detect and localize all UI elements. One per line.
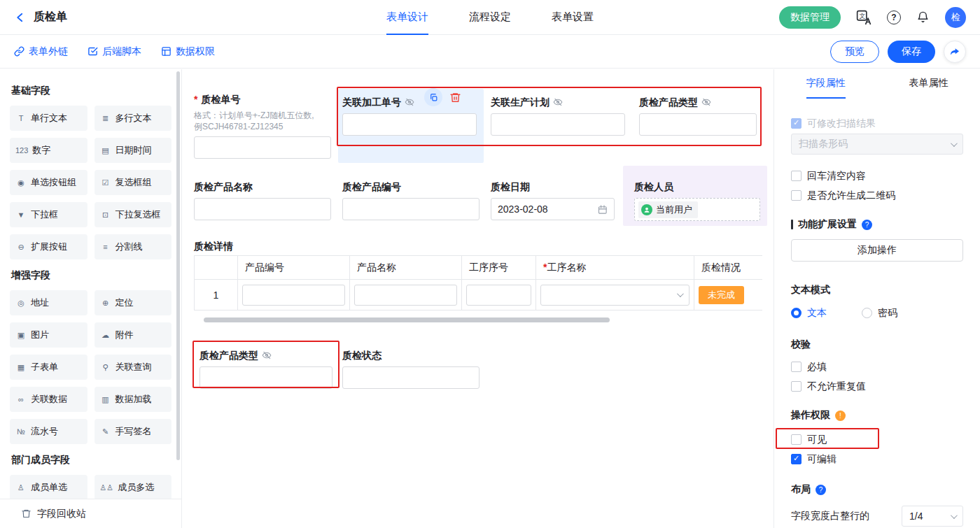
delete-field-button[interactable] (449, 92, 461, 104)
sidebar-field-multi-select[interactable]: ⊡下拉复选框 (94, 202, 172, 227)
validation-title: 校验 (791, 338, 963, 351)
field-product-type-top[interactable]: 质检产品类型 (639, 95, 757, 136)
tab-field-properties[interactable]: 字段属性 (774, 69, 877, 99)
form-canvas: *质检单号 格式：计划单号+-ZJ随机五位数,例SCJH46781-ZJ1234… (183, 69, 774, 528)
field-rel-plan[interactable]: 关联生产计划 (491, 95, 625, 136)
form-external-link[interactable]: 表单外链 (14, 45, 68, 58)
scan-mode-select[interactable]: 扫描条形码 (791, 134, 963, 155)
product-name-input[interactable] (194, 198, 331, 220)
help-icon[interactable] (816, 485, 826, 495)
tab-flow-setting[interactable]: 流程设定 (469, 0, 511, 35)
sidebar-scrollbar[interactable] (176, 71, 180, 460)
sidebar-field-member-single[interactable]: ♙成员单选 (10, 475, 88, 500)
sidebar-field-extend-button[interactable]: ⊖扩展按钮 (10, 234, 88, 259)
qc-number-input[interactable] (194, 136, 331, 159)
add-action-button[interactable]: 添加操作 (791, 239, 963, 262)
qc-status-input[interactable] (342, 366, 479, 389)
product-type-bottom-input[interactable] (200, 366, 332, 389)
preview-button[interactable]: 预览 (830, 41, 879, 63)
sidebar-field-divider[interactable]: ≡分割线 (94, 234, 172, 259)
field-product-no[interactable]: 质检产品编号 (342, 180, 479, 220)
allow-qrcode-checkbox[interactable] (791, 190, 802, 201)
extension-section-title: 功能扩展设置 (791, 218, 963, 231)
sidebar-field-linked-data[interactable]: ∞关联数据 (10, 387, 88, 412)
backend-script-link[interactable]: 后端脚本 (88, 45, 141, 58)
sidebar-field-checkbox-group[interactable]: ☑复选框组 (94, 170, 172, 195)
sidebar-field-datetime[interactable]: ▤日期时间 (94, 138, 172, 163)
field-product-name[interactable]: 质检产品名称 (194, 180, 331, 220)
field-product-type-bottom[interactable]: 质检产品类型 (200, 348, 332, 389)
qc-date-input[interactable]: 2023-02-08 (491, 198, 615, 220)
sidebar-field-number[interactable]: 123数字 (10, 138, 88, 163)
sidebar-field-radio-group[interactable]: ◉单选按钮组 (10, 170, 88, 195)
text-mode-radio-password[interactable] (862, 308, 872, 318)
subform-horizontal-scrollbar[interactable] (204, 317, 610, 322)
no-duplicate-checkbox[interactable] (791, 381, 802, 392)
qc-person-input[interactable]: 当前用户 (634, 198, 760, 221)
cell-process-name-select[interactable] (540, 285, 690, 306)
editable-checkbox[interactable] (791, 454, 802, 464)
visible-checkbox[interactable] (791, 434, 802, 445)
app-header: 质检单 表单设计 流程设定 表单设置 数据管理 文 检 (0, 0, 980, 35)
sidebar-field-address[interactable]: ◎地址 (10, 290, 88, 315)
editable-row: 可编辑 (791, 452, 963, 465)
warning-icon[interactable] (835, 411, 846, 421)
cell-product-name-input[interactable] (354, 285, 457, 306)
product-no-input[interactable] (342, 198, 479, 220)
data-manage-button[interactable]: 数据管理 (779, 6, 841, 29)
sidebar-field-location[interactable]: ⊕定位 (94, 290, 172, 315)
subform-header-row: 产品编号 产品名称 工序序号 *工序名称 质检情况 (195, 256, 763, 280)
status-badge: 未完成 (699, 286, 744, 304)
tab-form-design[interactable]: 表单设计 (386, 0, 428, 35)
sidebar-field-serial-number[interactable]: №流水号 (10, 419, 88, 444)
sidebar-field-single-text[interactable]: T单行文本 (10, 106, 88, 131)
data-permission-link[interactable]: 数据权限 (161, 45, 215, 58)
notification-bell-icon[interactable] (916, 10, 930, 24)
sidebar-field-subform[interactable]: ▦子表单 (10, 355, 88, 380)
sidebar-field-lookup-query[interactable]: ⚲关联查询 (94, 355, 172, 380)
tab-form-setting[interactable]: 表单设置 (552, 0, 594, 35)
sidebar-field-member-multi[interactable]: ♙♙成员多选 (94, 475, 172, 500)
sidebar-field-attachment[interactable]: ☁附件 (94, 322, 172, 348)
subform-title: 质检详情 (194, 239, 233, 253)
sidebar-field-image[interactable]: ▣图片 (10, 322, 88, 348)
back-button[interactable] (14, 11, 27, 24)
sidebar-field-signature[interactable]: ✎手写签名 (94, 419, 172, 444)
save-button[interactable]: 保存 (888, 41, 935, 63)
cell-process-seq-input[interactable] (466, 285, 531, 306)
copy-icon (429, 93, 438, 102)
cell-product-no-input[interactable] (242, 285, 345, 306)
product-type-top-input[interactable] (639, 113, 757, 136)
field-qc-number[interactable]: *质检单号 格式：计划单号+-ZJ随机五位数,例SCJH46781-ZJ1234… (194, 92, 331, 159)
field-label: 质检产品类型 (200, 348, 258, 362)
required-checkbox[interactable] (791, 362, 802, 372)
help-icon[interactable] (862, 220, 872, 230)
copy-field-button[interactable] (424, 88, 442, 106)
chevron-down-icon (951, 140, 958, 147)
rel-process-order-input[interactable] (342, 113, 477, 136)
text-mode-radio-text[interactable] (791, 308, 802, 318)
share-button[interactable] (944, 41, 966, 63)
clear-on-enter-checkbox[interactable] (791, 171, 802, 181)
field-label: 关联生产计划 (491, 95, 550, 109)
tab-form-properties[interactable]: 表单属性 (877, 69, 980, 99)
sidebar-field-data-load[interactable]: ▥数据加载 (94, 387, 172, 412)
scan-result-checkbox[interactable] (791, 118, 802, 129)
radio-icon: ◉ (15, 178, 27, 187)
user-avatar[interactable]: 检 (945, 7, 966, 28)
attachment-cloud-icon: ☁ (100, 331, 111, 340)
sidebar-field-select[interactable]: ▼下拉框 (10, 202, 88, 227)
field-qc-person[interactable]: 质检人员 当前用户 (634, 180, 760, 221)
field-width-select[interactable]: 1/4 (902, 506, 963, 527)
current-user-tag[interactable]: 当前用户 (638, 201, 698, 218)
field-recycle-bin[interactable]: 字段回收站 (0, 499, 182, 528)
rel-plan-input[interactable] (491, 113, 625, 136)
eye-invisible-icon (262, 350, 272, 360)
help-icon[interactable] (887, 10, 901, 24)
translate-icon[interactable]: 文 (856, 10, 872, 25)
sidebar-field-multi-text[interactable]: ≣多行文本 (94, 106, 172, 131)
field-qc-date[interactable]: 质检日期 2023-02-08 (491, 180, 615, 220)
chart-icon: ▥ (100, 395, 111, 404)
panel-tabs: 字段属性 表单属性 (774, 69, 980, 99)
field-qc-status[interactable]: 质检状态 (342, 348, 479, 389)
